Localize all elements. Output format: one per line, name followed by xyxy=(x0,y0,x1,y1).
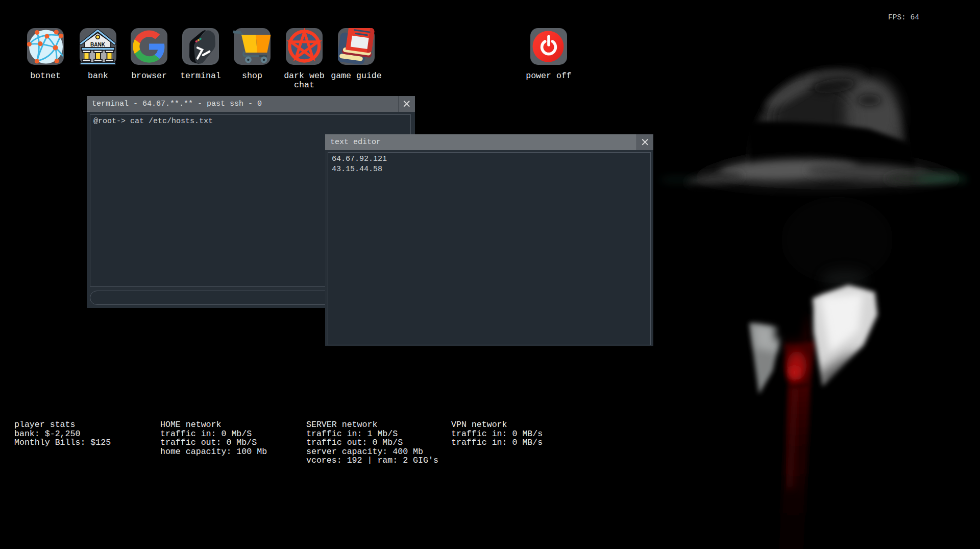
svg-text:BANK: BANK xyxy=(90,42,106,47)
